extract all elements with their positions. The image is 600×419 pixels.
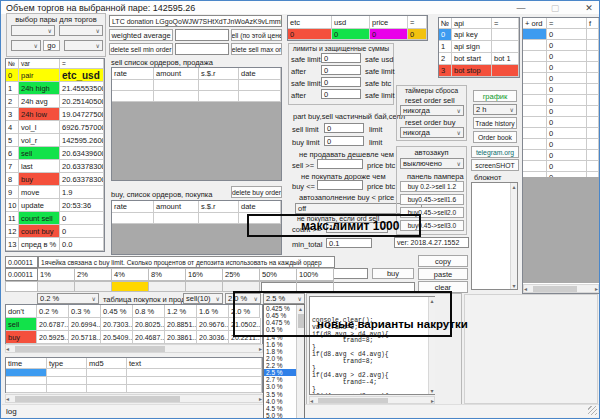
ord-row[interactable]: 0 [523,51,599,62]
reset-sell-select[interactable]: никогда∨ [400,105,464,116]
exchange-select[interactable]: ∨ [11,25,55,36]
delete-sell-min-button[interactable]: delete sell min order [109,43,173,55]
percent-cell[interactable]: 100% [297,268,334,281]
api-row[interactable]: 2 bot start bot 1 [439,53,519,65]
scroll-left-icon[interactable]: ◂ [310,397,313,404]
spread-hscrollbar[interactable]: ◂ ▸ [5,344,263,353]
percent-option[interactable]: 5.0 % [264,412,296,419]
ord-row[interactable]: 0 [523,62,599,73]
buy-limit-input[interactable]: 0 [324,136,364,146]
scroll-left-icon[interactable]: ◂ [524,285,527,292]
sell-at-price-button[interactable]: sell (по этой цене) [231,29,282,41]
api-row[interactable]: 1 api sign [439,41,519,53]
pump-button-1[interactable]: buy 0.2->sell 1.2 [400,181,464,192]
percent-cell[interactable]: 1% [38,268,75,281]
trade-history-button[interactable]: Trade history [473,117,517,129]
autobuy-state-select[interactable]: выключено∨ [400,158,464,169]
step-percent-select[interactable]: 0.2 %∨ [37,293,99,304]
ord-row[interactable]: 0 [523,150,599,161]
percent-cell[interactable]: 8% [149,268,186,281]
minimize-icon[interactable]: — [513,2,529,13]
ord-row[interactable]: 0 [523,161,599,172]
resize-grip[interactable] [588,406,597,415]
delete-buy-order-button[interactable]: delete buy order [231,186,282,198]
percent-option[interactable]: 3.0 % [264,383,296,390]
percent-mark-cell[interactable] [75,281,112,292]
weighted-average-input[interactable] [175,29,229,41]
close-icon[interactable]: ✕ [581,2,597,13]
interval-select[interactable]: 2 h∨ [473,104,517,115]
percent-cell[interactable]: 50% [260,268,297,281]
chart-button[interactable]: график [473,90,517,102]
ord-row[interactable]: 0 [523,84,599,95]
percent-option[interactable]: 1.8 % [264,348,296,355]
percent-option[interactable]: 4.0 % [264,398,296,405]
scroll-left-icon[interactable]: ◂ [6,345,9,352]
scroll-right-icon[interactable]: ▸ [595,285,598,292]
scroll-right-icon[interactable]: ▸ [259,345,262,352]
notepad-vscrollbar[interactable]: ▴ ▾ [510,183,517,289]
log-hscrollbar[interactable]: ◂ ▸ [5,394,263,403]
base-currency-select[interactable]: ∨ [11,40,41,51]
reset-buy-select[interactable]: никогда∨ [400,127,464,138]
copy-button[interactable]: copy [418,255,468,267]
api-row[interactable]: 0 api key [439,29,519,41]
percent-mark-cell[interactable] [112,281,149,292]
percent-option[interactable]: 2.2 % [264,362,296,369]
scroll-down-icon[interactable]: ▾ [430,387,433,394]
quote-currency-select[interactable]: ∨ [64,40,103,51]
percent-option[interactable]: 2.0 % [264,355,296,362]
log-row[interactable] [6,369,262,377]
percent-option[interactable]: 1.6 % [264,341,296,348]
scroll-right-icon[interactable]: ▸ [259,395,262,402]
percent-mark-cell[interactable] [186,281,223,292]
percent-mark-cell[interactable] [38,281,75,292]
percent-mark-cell[interactable] [149,281,186,292]
log-row[interactable] [6,377,262,385]
buy-button[interactable]: buy [372,268,414,279]
safe-usd-input[interactable]: 0 [321,53,361,63]
log-row[interactable] [6,385,262,393]
sell-order-row[interactable] [112,80,281,91]
ltc-donation-field[interactable]: LTC donation LGgoQoWJW7SHtXdTJnWoAzK9vLm… [109,15,282,27]
safe-btc-input[interactable]: 0 [321,77,361,87]
after-usd-input[interactable]: 0 [321,65,361,75]
after-btc-input[interactable]: 0 [321,89,361,99]
ord-row[interactable]: 0 [523,106,599,117]
telegram-button[interactable]: telegram.org [471,146,519,158]
percent-option[interactable]: 4.5 % [264,405,296,412]
ord-row[interactable]: 0 [523,117,599,128]
percent-cell[interactable]: 25% [223,268,260,281]
market-select[interactable]: ∨ [59,25,103,36]
paste-button[interactable]: paste [418,268,468,280]
scroll-right-icon[interactable]: ▸ [431,397,434,404]
pump-button-2[interactable]: buy0.45->sell1.6 [400,194,464,205]
sell-order-row[interactable] [112,91,281,102]
sell-count-select[interactable]: sell(10)∨ [183,293,223,304]
api-row[interactable]: 3 bot stop [439,65,519,77]
weighted-average-button[interactable]: weighted average [109,29,173,41]
ord-row[interactable]: 0 [523,40,599,51]
ord-row[interactable]: 0 [523,139,599,150]
percent-cell[interactable]: 2% [75,268,112,281]
order-book-button[interactable]: Order book [473,131,517,143]
sell-ge-input[interactable] [317,159,363,169]
ord-row[interactable]: 0 [523,73,599,84]
scroll-up-icon[interactable]: ▴ [512,183,515,190]
ord-row[interactable]: 0 [523,29,599,40]
buy-le-input[interactable] [317,180,363,190]
maximize-icon[interactable]: ▢ [547,2,563,13]
scroll-down-icon[interactable]: ▾ [512,282,515,289]
ord-row[interactable]: 0 [523,128,599,139]
console-hscrollbar[interactable]: ◂ ▸ [309,396,435,404]
go-button[interactable]: go [43,40,60,51]
delete-sell-max-button[interactable]: delete sell max ord [231,43,282,55]
min-total-input[interactable]: 0.1 [326,238,372,248]
percent-option[interactable]: 2.7 % [264,376,296,383]
scroll-left-icon[interactable]: ◂ [6,395,9,402]
percent-cell[interactable]: 16% [186,268,223,281]
delete-sell-input[interactable] [175,43,229,55]
screenshot-button[interactable]: screenSHOT [471,159,519,171]
percent-cell[interactable]: 4% [112,268,149,281]
sell-limit-input[interactable]: 0 [324,123,364,133]
